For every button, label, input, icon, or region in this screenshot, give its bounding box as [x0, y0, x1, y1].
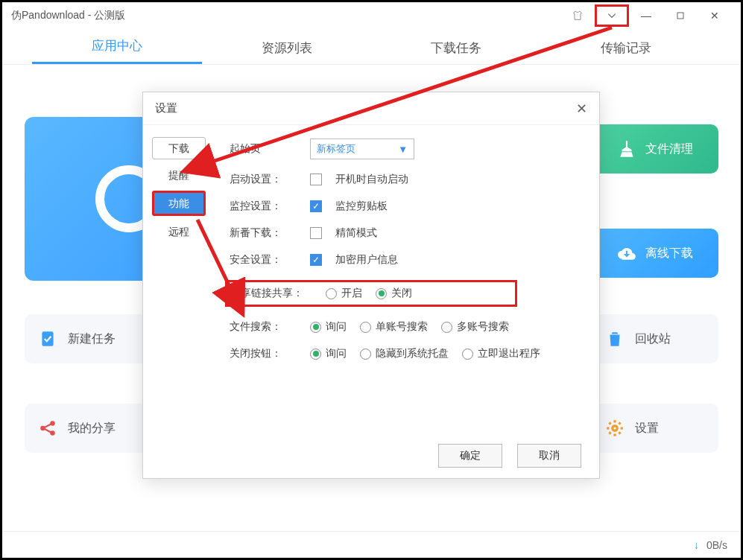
file-clean-button[interactable]: 文件清理: [592, 124, 718, 174]
sharelink-label: 分享链接共享：: [230, 287, 312, 300]
offline-download-button[interactable]: 离线下载: [592, 229, 718, 278]
svg-rect-1: [42, 331, 53, 346]
closebtn-label: 关闭按钮：: [230, 347, 297, 360]
speed-value: 0B/s: [706, 539, 727, 551]
trash-icon: [605, 329, 625, 349]
boot-option-label: 开机时自动启动: [335, 173, 408, 186]
filesearch-multi-radio[interactable]: 多账号搜索: [441, 320, 509, 334]
safety-checkbox[interactable]: ✓: [310, 254, 322, 266]
dialog-close-button[interactable]: ✕: [576, 101, 587, 117]
newfan-checkbox[interactable]: [310, 227, 322, 239]
tab-transfer-log[interactable]: 传输记录: [541, 39, 711, 64]
dropdown-menu-button[interactable]: [595, 4, 629, 27]
svg-point-5: [613, 426, 618, 431]
tab-app-center[interactable]: 应用中心: [32, 37, 202, 64]
file-clean-label: 文件清理: [645, 141, 693, 157]
gear-icon: [605, 419, 625, 438]
cloud-download-icon: [617, 244, 636, 263]
dialog-title: 设置: [155, 101, 177, 115]
close-button[interactable]: ✕: [698, 4, 732, 27]
sidetab-download[interactable]: 下载: [152, 137, 206, 159]
newfan-label: 新番下载：: [230, 226, 297, 240]
offline-download-label: 离线下载: [645, 246, 693, 261]
my-share-button[interactable]: 我的分享: [25, 404, 151, 453]
share-icon: [38, 419, 57, 438]
tab-download-tasks[interactable]: 下载任务: [372, 39, 542, 64]
new-task-label: 新建任务: [68, 331, 116, 347]
monitor-option-label: 监控剪贴板: [335, 200, 388, 213]
broom-icon: [617, 139, 636, 159]
caret-down-icon: ▼: [398, 144, 408, 155]
settings-label: 设置: [635, 421, 659, 436]
monitor-label: 监控设置：: [230, 200, 297, 213]
maximize-button[interactable]: [663, 4, 698, 27]
clipboard-check-icon: [38, 329, 57, 349]
filesearch-ask-radio[interactable]: 询问: [310, 320, 347, 334]
boot-label: 启动设置：: [230, 173, 297, 186]
sidetab-remote[interactable]: 远程: [152, 220, 206, 243]
newfan-option-label: 精简模式: [335, 226, 377, 240]
recycle-bin-button[interactable]: 回收站: [592, 314, 718, 363]
tab-resource-list[interactable]: 资源列表: [202, 39, 372, 64]
sharelink-close-radio[interactable]: 关闭: [376, 287, 412, 300]
sharelink-open-radio[interactable]: 开启: [326, 287, 362, 300]
download-arrow-icon: ↓: [694, 539, 699, 551]
window-title: 伪Pandownload - 公测版: [11, 9, 560, 22]
safety-option-label: 加密用户信息: [335, 253, 398, 267]
minimize-button[interactable]: —: [629, 4, 663, 27]
sidetab-feature[interactable]: 功能: [152, 191, 206, 216]
startpage-label: 起始页: [230, 142, 297, 156]
startpage-value: 新标签页: [317, 142, 355, 156]
ok-button[interactable]: 确定: [438, 444, 502, 468]
monitor-checkbox[interactable]: ✓: [310, 200, 322, 212]
closebtn-tray-radio[interactable]: 隐藏到系统托盘: [360, 347, 449, 360]
settings-button[interactable]: 设置: [592, 404, 718, 453]
svg-rect-0: [677, 13, 683, 19]
new-task-button[interactable]: 新建任务: [25, 314, 151, 363]
sidetab-remind[interactable]: 提醒: [152, 164, 206, 186]
filesearch-label: 文件搜索：: [230, 320, 297, 334]
filesearch-single-radio[interactable]: 单账号搜索: [360, 320, 428, 334]
boot-checkbox[interactable]: [310, 174, 322, 185]
settings-dialog: 设置 ✕ 下载 提醒 功能 远程 起始页 新标签页 ▼ 启动设置： 开机时自动启…: [142, 92, 600, 479]
skin-icon[interactable]: [560, 4, 595, 27]
cancel-button[interactable]: 取消: [517, 444, 581, 468]
safety-label: 安全设置：: [230, 253, 297, 267]
closebtn-exit-radio[interactable]: 立即退出程序: [462, 347, 540, 360]
recycle-bin-label: 回收站: [635, 331, 671, 347]
my-share-label: 我的分享: [68, 421, 116, 436]
startpage-dropdown[interactable]: 新标签页 ▼: [310, 139, 414, 159]
closebtn-ask-radio[interactable]: 询问: [310, 347, 347, 360]
